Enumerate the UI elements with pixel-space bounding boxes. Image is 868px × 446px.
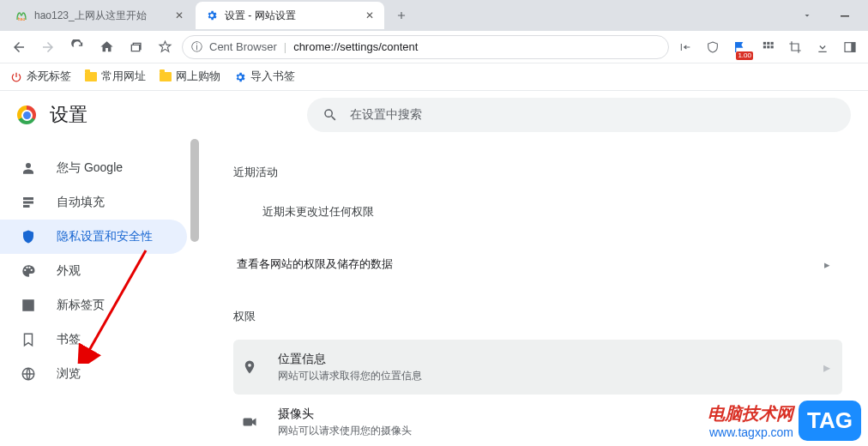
svg-rect-12 bbox=[244, 419, 253, 426]
shield-icon[interactable] bbox=[702, 36, 724, 58]
omnibox-divider: | bbox=[284, 40, 286, 53]
nav-you-and-google[interactable]: 您与 Google bbox=[0, 151, 187, 185]
svg-rect-2 bbox=[735, 42, 736, 52]
power-icon bbox=[10, 71, 22, 83]
hao123-favicon: hao bbox=[15, 9, 27, 21]
nav-bookmarks[interactable]: 书签 bbox=[0, 322, 187, 357]
autofill-icon bbox=[21, 195, 38, 210]
apps-icon[interactable] bbox=[756, 36, 779, 58]
recent-heading: 近期活动 bbox=[233, 165, 842, 180]
svg-rect-7 bbox=[767, 45, 769, 48]
gear-icon bbox=[206, 9, 218, 21]
svg-rect-6 bbox=[763, 45, 765, 48]
settings-header: 设置 在设置中搜索 bbox=[0, 91, 868, 139]
chevron-right-icon: ▸ bbox=[823, 359, 830, 376]
svg-rect-5 bbox=[770, 42, 773, 45]
camera-icon bbox=[240, 416, 259, 428]
bookmarks-bar: 杀死标签 常用网址 网上购物 导入书签 bbox=[0, 63, 868, 91]
tab-strip: hao hao123_上网从这里开始 ✕ 设置 - 网站设置 ✕ bbox=[0, 0, 868, 31]
recent-empty: 近期未更改过任何权限 bbox=[233, 196, 842, 240]
tab-title: 设置 - 网站设置 bbox=[225, 9, 296, 23]
shield-icon bbox=[21, 229, 38, 244]
omnibox-url: chrome://settings/content bbox=[293, 40, 418, 53]
tab-title: hao123_上网从这里开始 bbox=[34, 9, 147, 23]
svg-rect-1 bbox=[841, 15, 849, 17]
nav-browsing[interactable]: 浏览 bbox=[0, 357, 187, 391]
settings-search[interactable]: 在设置中搜索 bbox=[307, 98, 851, 132]
watermark: 电脑技术网 www.tagxp.com TAG bbox=[708, 401, 861, 441]
location-icon bbox=[240, 359, 259, 375]
svg-rect-4 bbox=[767, 42, 769, 45]
all-sites-row[interactable]: 查看各网站的权限及储存的数据 ▸ bbox=[233, 240, 842, 288]
back-button[interactable] bbox=[7, 35, 31, 59]
crop-icon[interactable] bbox=[784, 36, 806, 58]
nav-autofill[interactable]: 自动填充 bbox=[0, 185, 187, 220]
omnibox[interactable]: ⓘ Cent Browser | chrome://settings/conte… bbox=[182, 35, 669, 59]
close-icon[interactable]: ✕ bbox=[365, 9, 374, 21]
globe-icon bbox=[21, 366, 38, 382]
plus-box-icon bbox=[21, 298, 38, 313]
chrome-logo-icon bbox=[17, 105, 36, 124]
person-icon bbox=[21, 160, 38, 176]
nav-newtab[interactable]: 新标签页 bbox=[0, 288, 187, 322]
chevron-right-icon: ▸ bbox=[824, 258, 830, 271]
svg-text:hao: hao bbox=[18, 16, 26, 21]
svg-rect-8 bbox=[770, 45, 773, 48]
download-icon[interactable] bbox=[811, 36, 834, 58]
bookmark-import[interactable]: 导入书签 bbox=[234, 69, 295, 84]
new-tab-button[interactable] bbox=[389, 3, 413, 27]
gear-icon bbox=[234, 71, 246, 83]
sidepanel-icon[interactable] bbox=[839, 36, 861, 58]
bookmark-icon bbox=[21, 332, 38, 347]
star-button[interactable] bbox=[153, 35, 177, 59]
close-icon[interactable]: ✕ bbox=[175, 9, 184, 21]
folder-icon bbox=[160, 72, 172, 81]
search-placeholder: 在设置中搜索 bbox=[350, 107, 422, 123]
info-icon: ⓘ bbox=[191, 39, 202, 55]
tag-badge: TAG bbox=[799, 401, 861, 441]
palette-icon bbox=[21, 263, 38, 279]
svg-rect-10 bbox=[851, 42, 855, 51]
permission-location[interactable]: 位置信息网站可以请求取得您的位置信息 ▸ bbox=[233, 340, 842, 395]
forward-button[interactable] bbox=[36, 35, 60, 59]
home-button[interactable] bbox=[94, 35, 118, 59]
permissions-heading: 权限 bbox=[233, 309, 842, 324]
nav-appearance[interactable]: 外观 bbox=[0, 254, 187, 288]
settings-page: 设置 在设置中搜索 您与 Google 自动填充 隐私设置和安全性 外观 新标签… bbox=[0, 91, 868, 446]
reload-button[interactable] bbox=[65, 35, 89, 59]
tab-hao123[interactable]: hao hao123_上网从这里开始 ✕ bbox=[5, 2, 194, 29]
svg-rect-3 bbox=[763, 42, 765, 45]
bookmark-common[interactable]: 常用网址 bbox=[85, 69, 146, 84]
share-icon[interactable] bbox=[674, 36, 696, 58]
search-icon bbox=[322, 107, 338, 123]
page-title: 设置 bbox=[50, 102, 87, 128]
restore-button[interactable] bbox=[124, 35, 148, 59]
bookmark-kill-tab[interactable]: 杀死标签 bbox=[10, 69, 71, 84]
window-controls bbox=[793, 3, 868, 27]
minimize-button[interactable] bbox=[830, 3, 859, 27]
omnibox-host: Cent Browser bbox=[209, 40, 277, 53]
nav-privacy[interactable]: 隐私设置和安全性 bbox=[0, 220, 187, 254]
scrollbar-thumb[interactable] bbox=[190, 139, 199, 242]
tab-settings[interactable]: 设置 - 网站设置 ✕ bbox=[196, 2, 384, 29]
bookmark-shopping[interactable]: 网上购物 bbox=[160, 69, 220, 84]
browser-toolbar: ⓘ Cent Browser | chrome://settings/conte… bbox=[0, 31, 868, 63]
settings-sidebar: 您与 Google 自动填充 隐私设置和安全性 外观 新标签页 书签 浏览 bbox=[0, 139, 199, 446]
download-flag-icon[interactable]: 1.00 bbox=[729, 36, 751, 58]
folder-icon bbox=[85, 72, 97, 81]
badge: 1.00 bbox=[736, 51, 753, 60]
chevron-down-icon[interactable] bbox=[793, 3, 822, 27]
